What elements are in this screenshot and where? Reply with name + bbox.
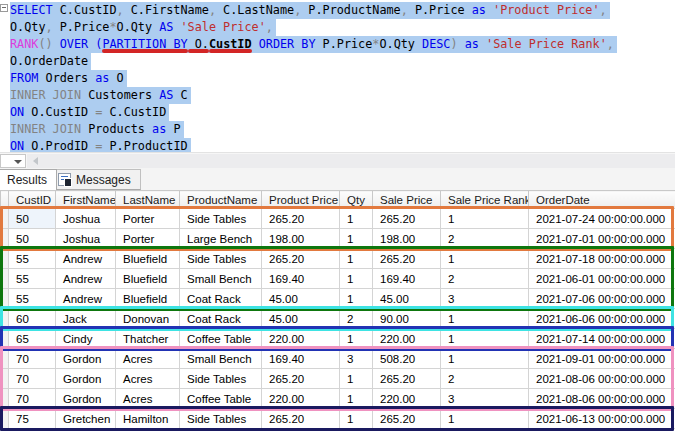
grid-cell[interactable]: 1: [340, 269, 373, 289]
grid-cell[interactable]: 265.20: [373, 209, 441, 229]
grid-cell[interactable]: 169.40: [262, 349, 340, 369]
grid-cell[interactable]: 1: [340, 369, 373, 389]
grid-cell[interactable]: Jack: [56, 309, 116, 329]
grid-cell[interactable]: Gordon: [56, 349, 116, 369]
grid-cell[interactable]: Porter: [116, 209, 180, 229]
grid-cell[interactable]: Hamilton: [116, 409, 180, 429]
grid-cell[interactable]: 1: [340, 289, 373, 309]
grid-cell[interactable]: 55: [9, 249, 56, 269]
grid-cell[interactable]: 1: [441, 209, 529, 229]
collapse-region-icon[interactable]: [0, 4, 8, 12]
column-header[interactable]: FirstName: [56, 191, 116, 209]
grid-cell[interactable]: Joshua: [56, 209, 116, 229]
grid-cell[interactable]: 1: [441, 409, 529, 429]
grid-cell[interactable]: Thatcher: [116, 329, 180, 349]
grid-cell[interactable]: 169.40: [262, 269, 340, 289]
row-selector[interactable]: [1, 389, 9, 409]
grid-cell[interactable]: 1: [441, 329, 529, 349]
row-selector[interactable]: [1, 329, 9, 349]
grid-cell[interactable]: 75: [9, 409, 56, 429]
grid-cell[interactable]: Coat Rack: [180, 309, 262, 329]
grid-cell[interactable]: 265.20: [373, 409, 441, 429]
grid-cell[interactable]: 70: [9, 389, 56, 409]
select-all-corner[interactable]: [1, 191, 9, 209]
grid-cell[interactable]: 2: [340, 309, 373, 329]
grid-cell[interactable]: Small Bench: [180, 349, 262, 369]
grid-cell[interactable]: Acres: [116, 389, 180, 409]
row-selector[interactable]: [1, 269, 9, 289]
grid-cell[interactable]: Gretchen: [56, 409, 116, 429]
grid-cell[interactable]: 220.00: [262, 389, 340, 409]
column-header[interactable]: Qty: [340, 191, 373, 209]
grid-cell[interactable]: Side Tables: [180, 209, 262, 229]
row-selector[interactable]: [1, 369, 9, 389]
column-header[interactable]: ProductName: [180, 191, 262, 209]
grid-cell[interactable]: 2: [441, 269, 529, 289]
grid-cell[interactable]: 2021-07-14 00:00:00.000: [529, 329, 675, 349]
column-header[interactable]: Sale Price Rank: [441, 191, 529, 209]
grid-cell[interactable]: 265.20: [262, 369, 340, 389]
grid-cell[interactable]: Gordon: [56, 389, 116, 409]
grid-cell[interactable]: Andrew: [56, 289, 116, 309]
grid-cell[interactable]: 1: [340, 249, 373, 269]
grid-cell[interactable]: Cindy: [56, 329, 116, 349]
grid-cell[interactable]: 2021-06-13 00:00:00.000: [529, 409, 675, 429]
grid-cell[interactable]: 265.20: [262, 209, 340, 229]
grid-cell[interactable]: 2021-07-24 00:00:00.000: [529, 209, 675, 229]
grid-cell[interactable]: 70: [9, 369, 56, 389]
grid-cell[interactable]: 1: [340, 409, 373, 429]
column-header[interactable]: Sale Price: [373, 191, 441, 209]
sql-editor[interactable]: SELECT C.CustID, C.FirstName, C.LastName…: [0, 0, 675, 152]
grid-cell[interactable]: 198.00: [373, 229, 441, 249]
grid-cell[interactable]: Coat Rack: [180, 289, 262, 309]
grid-cell[interactable]: Side Tables: [180, 369, 262, 389]
row-selector[interactable]: [1, 209, 9, 229]
grid-cell[interactable]: 1: [441, 309, 529, 329]
grid-cell[interactable]: Large Bench: [180, 229, 262, 249]
grid-cell[interactable]: Andrew: [56, 269, 116, 289]
grid-cell[interactable]: Acres: [116, 369, 180, 389]
grid-cell[interactable]: 50: [9, 229, 56, 249]
row-selector[interactable]: [1, 309, 9, 329]
column-header[interactable]: OrderDate: [529, 191, 675, 209]
grid-cell[interactable]: 198.00: [262, 229, 340, 249]
grid-cell[interactable]: 508.20: [373, 349, 441, 369]
grid-cell[interactable]: 1: [340, 209, 373, 229]
tab-results[interactable]: Results: [0, 169, 57, 190]
grid-cell[interactable]: Coffee Table: [180, 389, 262, 409]
grid-cell[interactable]: Acres: [116, 349, 180, 369]
grid-cell[interactable]: Coffee Table: [180, 329, 262, 349]
grid-cell[interactable]: 2021-08-06 00:00:00.000: [529, 389, 675, 409]
grid-cell[interactable]: 45.00: [373, 289, 441, 309]
grid-cell[interactable]: 55: [9, 269, 56, 289]
grid-cell[interactable]: Bluefield: [116, 249, 180, 269]
grid-cell[interactable]: 70: [9, 349, 56, 369]
grid-cell[interactable]: 169.40: [373, 269, 441, 289]
grid-cell[interactable]: 3: [340, 349, 373, 369]
row-selector[interactable]: [1, 349, 9, 369]
row-selector[interactable]: [1, 229, 9, 249]
grid-cell[interactable]: Side Tables: [180, 409, 262, 429]
grid-cell[interactable]: 1: [441, 349, 529, 369]
tab-messages[interactable]: Messages: [48, 169, 141, 190]
grid-cell[interactable]: 220.00: [373, 389, 441, 409]
grid-cell[interactable]: 50: [9, 209, 56, 229]
grid-cell[interactable]: 60: [9, 309, 56, 329]
row-selector[interactable]: [1, 409, 9, 429]
editor-splitter-dropdown[interactable]: [0, 154, 26, 168]
grid-cell[interactable]: 1: [340, 329, 373, 349]
grid-cell[interactable]: 2021-07-06 00:00:00.000: [529, 289, 675, 309]
grid-cell[interactable]: 55: [9, 289, 56, 309]
grid-cell[interactable]: 1: [441, 249, 529, 269]
grid-cell[interactable]: 2021-06-01 00:00:00.000: [529, 269, 675, 289]
grid-cell[interactable]: Joshua: [56, 229, 116, 249]
grid-cell[interactable]: Small Bench: [180, 269, 262, 289]
grid-cell[interactable]: 1: [340, 229, 373, 249]
grid-cell[interactable]: 45.00: [262, 289, 340, 309]
grid-cell[interactable]: 265.20: [373, 249, 441, 269]
grid-cell[interactable]: Donovan: [116, 309, 180, 329]
grid-cell[interactable]: 2021-09-01 00:00:00.000: [529, 349, 675, 369]
grid-cell[interactable]: Bluefield: [116, 269, 180, 289]
grid-cell[interactable]: 220.00: [262, 329, 340, 349]
grid-cell[interactable]: 90.00: [373, 309, 441, 329]
